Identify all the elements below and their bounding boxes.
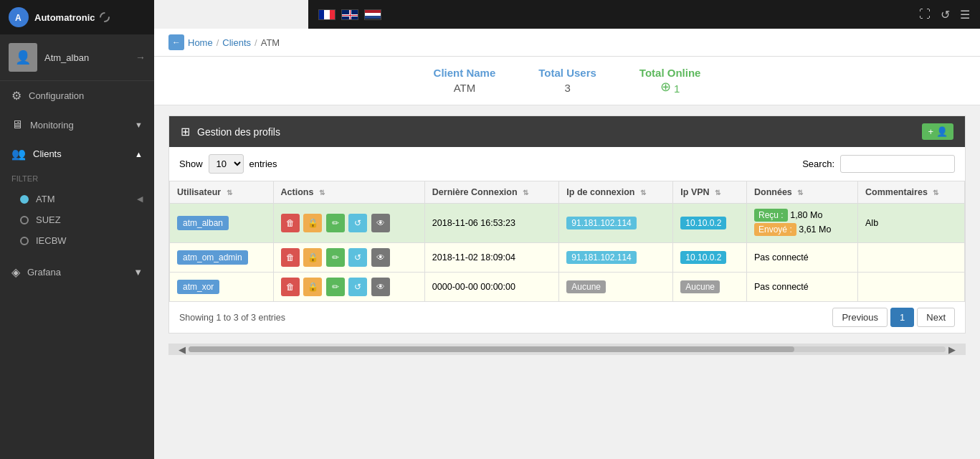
scroll-right-icon[interactable]: ▶ [946, 344, 958, 355]
fullscreen-icon[interactable]: ⛶ [919, 8, 931, 22]
search-input[interactable] [840, 155, 955, 173]
col-ip-connexion[interactable]: Ip de connexion ⇅ [559, 181, 673, 204]
scrollbar-track[interactable] [189, 346, 946, 352]
cell-ip-vpn: Aucune [673, 273, 747, 302]
lock-button[interactable]: 🔒 [303, 278, 322, 296]
filter-item-iecbw[interactable]: IECBW [0, 230, 154, 251]
back-icon[interactable]: ← [168, 34, 184, 50]
topbar: ⛶ ↺ ☰ [308, 0, 980, 29]
col-commentaires[interactable]: Commentaires ⇅ [858, 181, 965, 204]
none-badge: Aucune [680, 280, 720, 293]
refresh-button[interactable]: ↺ [348, 214, 367, 232]
view-button[interactable]: 👁 [371, 248, 390, 267]
cell-actions: 🗑 🔒 ✏ ↺ 👁 [273, 204, 424, 243]
user-badge: atm_xor [177, 280, 219, 294]
pagination-buttons: Previous 1 Next [832, 308, 955, 327]
sidebar-item-monitoring[interactable]: 🖥 Monitoring ▼ [0, 110, 154, 139]
refresh-button[interactable]: ↺ [348, 278, 367, 296]
breadcrumb-clients[interactable]: Clients [222, 37, 251, 48]
collapse-icon: ▲ [135, 150, 143, 158]
view-button[interactable]: 👁 [371, 214, 390, 232]
avatar: 👤 [9, 43, 37, 72]
table-row: atm_xor 🗑 🔒 ✏ ↺ 👁 0000-00-00 00:00:00 [170, 273, 965, 302]
breadcrumb-home[interactable]: Home [188, 37, 213, 48]
page-1-button[interactable]: 1 [890, 308, 914, 327]
sort-icon: ⇅ [797, 189, 803, 197]
edit-button[interactable]: ✏ [326, 278, 345, 296]
cell-ip-connexion: 91.181.102.114 [559, 204, 673, 243]
table-row: atm_om_admin 🗑 🔒 ✏ ↺ 👁 2018-11-02 18:09:… [170, 243, 965, 273]
scrollbar-thumb[interactable] [189, 346, 794, 352]
edit-button[interactable]: ✏ [326, 248, 345, 267]
filter-arrow-atm: ◀ [137, 194, 143, 204]
username-label: Atm_alban [44, 52, 89, 63]
data-envoye-value: 3,61 Mo [799, 224, 831, 235]
table-title: Gestion des profils [197, 126, 280, 138]
flag-nl[interactable] [364, 9, 381, 20]
next-button[interactable]: Next [917, 308, 955, 327]
sidebar-user: 👤 Atm_alban → [0, 34, 154, 81]
cell-ip-connexion: 91.181.102.114 [559, 243, 673, 273]
topbar-icons: ⛶ ↺ ☰ [919, 8, 970, 22]
view-button[interactable]: 👁 [371, 278, 390, 296]
lock-button[interactable]: 🔒 [303, 214, 322, 232]
none-badge: Aucune [566, 280, 606, 293]
table-row: atm_alban 🗑 🔒 ✏ ↺ 👁 2018-11-06 16:53:23 [170, 204, 965, 243]
user-icon: 👤 [936, 126, 948, 137]
col-ip-label: Ip de connexion [566, 187, 634, 197]
sidebar-item-grafana[interactable]: ◈ Grafana ▼ [0, 258, 154, 286]
user-badge: atm_alban [177, 216, 229, 230]
filter-dot-iecbw [20, 237, 29, 245]
cell-utilisateur: atm_xor [170, 273, 274, 302]
refresh-button[interactable]: ↺ [348, 248, 367, 267]
delete-button[interactable]: 🗑 [281, 278, 300, 296]
flag-fr[interactable] [318, 9, 336, 20]
flag-uk[interactable] [341, 9, 358, 20]
filter-item-atm[interactable]: ATM ◀ [0, 189, 154, 209]
sidebar-item-label: Grafana [27, 267, 61, 278]
data-recu-value: 1,80 Mo [790, 210, 822, 220]
col-derniere-connexion[interactable]: Dernière Connexion ⇅ [424, 181, 559, 204]
main-content-area: ⛶ ↺ ☰ ← Home / Clients / ATM Client Name… [154, 0, 980, 459]
app-name: Automatronic [34, 12, 95, 23]
cell-utilisateur: atm_om_admin [170, 243, 274, 273]
sidebar-item-label: Monitoring [30, 120, 74, 131]
sidebar-item-clients[interactable]: 👥 Clients ▲ [0, 139, 154, 169]
filter-item-suez[interactable]: SUEZ [0, 209, 154, 230]
col-comments-label: Commentaires [865, 187, 928, 197]
lock-button[interactable]: 🔒 [303, 248, 322, 267]
total-online-value: 1 [674, 82, 680, 95]
delete-button[interactable]: 🗑 [281, 248, 300, 267]
cell-donnees: Pas connecté [747, 273, 858, 302]
add-user-button[interactable]: + 👤 [922, 123, 953, 140]
user-badge: atm_om_admin [177, 250, 248, 265]
cell-commentaires [858, 243, 965, 273]
entries-select[interactable]: 10 25 50 [209, 154, 244, 174]
cell-derniere-connexion: 0000-00-00 00:00:00 [424, 273, 559, 302]
col-donnees[interactable]: Données ⇅ [747, 181, 858, 204]
scroll-left-icon[interactable]: ◀ [176, 344, 189, 355]
plus-icon: + [928, 126, 933, 137]
clients-icon: 👥 [11, 147, 26, 161]
monitor-icon: 🖥 [11, 118, 23, 131]
sort-icon: ⇅ [523, 189, 528, 197]
cell-ip-vpn: 10.10.0.2 [673, 204, 747, 243]
table-header-row: Utilisateur ⇅ Actions ⇅ Dernière Connexi… [170, 181, 965, 204]
cell-actions: 🗑 🔒 ✏ ↺ 👁 [273, 243, 424, 273]
menu-icon[interactable]: ☰ [960, 8, 970, 22]
edit-button[interactable]: ✏ [326, 214, 345, 232]
cell-ip-connexion: Aucune [559, 273, 673, 302]
delete-button[interactable]: 🗑 [281, 214, 300, 232]
col-ip-vpn[interactable]: Ip VPN ⇅ [673, 181, 747, 204]
filter-item-label: ATM [36, 194, 54, 204]
col-actions[interactable]: Actions ⇅ [273, 181, 424, 204]
horizontal-scrollbar[interactable]: ◀ ▶ [168, 344, 966, 355]
sidebar-item-configuration[interactable]: ⚙ Configuration [0, 81, 154, 110]
refresh-icon[interactable]: ↺ [941, 8, 950, 22]
previous-button[interactable]: Previous [832, 308, 888, 327]
logout-button[interactable]: → [135, 52, 146, 63]
filter-item-label: SUEZ [36, 214, 61, 225]
entries-label: entries [249, 158, 277, 169]
stats-row: Client Name ATM Total Users 3 Total Onli… [154, 57, 980, 105]
col-utilisateur[interactable]: Utilisateur ⇅ [170, 181, 274, 204]
